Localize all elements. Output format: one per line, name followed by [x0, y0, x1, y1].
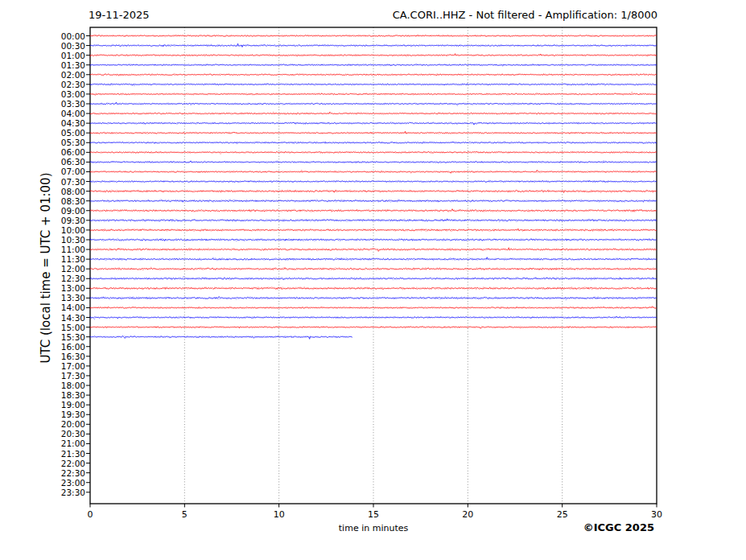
y-tick-label: 22:00: [0, 459, 85, 468]
y-tick-label: 10:30: [0, 235, 85, 245]
y-tick-label: 05:00: [0, 128, 85, 138]
y-tick-label: 14:00: [0, 303, 85, 312]
y-tick-label: 16:30: [0, 352, 85, 361]
seismic-trace-fuzz: [90, 316, 657, 319]
y-tick-label: 20:00: [0, 419, 85, 429]
y-tick-label: 01:00: [0, 51, 85, 60]
y-tick-label: 09:00: [0, 206, 85, 216]
y-tick-label: 17:00: [0, 361, 85, 371]
y-tick-label: 04:30: [0, 118, 85, 128]
seismic-trace: [90, 151, 657, 153]
y-tick-label: 08:00: [0, 187, 85, 196]
y-tick-label: 15:00: [0, 323, 85, 332]
y-tick-label: 16:00: [0, 342, 85, 352]
x-tick-label: 30: [641, 509, 673, 520]
seismic-trace: [90, 35, 657, 37]
copyright-label: ©ICGC 2025: [483, 521, 654, 534]
y-tick-label: 02:30: [0, 80, 85, 89]
y-tick-label: 23:30: [0, 488, 85, 497]
y-tick-label: 00:30: [0, 41, 85, 51]
y-tick-label: 21:00: [0, 439, 85, 448]
x-tick-label: 20: [451, 509, 484, 520]
helicorder-figure: 19-11-2025 CA.CORI..HHZ - Not filtered -…: [0, 0, 746, 560]
x-tick-label: 15: [357, 509, 389, 520]
y-tick-label: 22:30: [0, 468, 85, 478]
y-tick-label: 11:30: [0, 254, 85, 264]
y-tick-label: 08:30: [0, 196, 85, 206]
y-tick-label: 15:30: [0, 332, 85, 342]
y-tick-label: 01:30: [0, 60, 85, 70]
y-tick-label: 18:00: [0, 381, 85, 390]
x-tick-label: 25: [546, 509, 579, 520]
y-tick-label: 10:00: [0, 225, 85, 235]
x-tick-label: 0: [74, 509, 106, 520]
y-tick-label: 19:00: [0, 400, 85, 410]
y-tick-label: 20:30: [0, 429, 85, 439]
x-tick-label: 5: [168, 509, 200, 520]
y-tick-label: 09:30: [0, 216, 85, 225]
y-tick-label: 02:00: [0, 70, 85, 80]
y-tick-label: 06:00: [0, 147, 85, 157]
seismic-trace: [90, 64, 657, 66]
y-tick-label: 06:30: [0, 157, 85, 167]
y-tick-label: 14:30: [0, 313, 85, 323]
x-tick-label: 10: [263, 509, 295, 520]
y-tick-label: 17:30: [0, 371, 85, 381]
y-tick-label: 21:30: [0, 449, 85, 459]
y-tick-label: 05:30: [0, 138, 85, 147]
y-tick-label: 12:00: [0, 264, 85, 274]
y-tick-label: 07:30: [0, 177, 85, 187]
helicorder-plot-canvas: [0, 0, 746, 560]
seismic-trace: [90, 190, 657, 192]
y-tick-label: 04:00: [0, 109, 85, 118]
y-tick-label: 13:00: [0, 283, 85, 293]
y-tick-label: 07:00: [0, 167, 85, 176]
y-tick-label: 19:30: [0, 410, 85, 419]
y-tick-label: 00:00: [0, 31, 85, 41]
x-axis-label: time in minutes: [293, 523, 454, 534]
y-tick-label: 23:00: [0, 478, 85, 488]
y-tick-label: 18:30: [0, 390, 85, 400]
chart-title: CA.CORI..HHZ - Not filtered - Amplificat…: [241, 9, 657, 22]
y-tick-label: 11:00: [0, 245, 85, 254]
y-tick-label: 12:30: [0, 274, 85, 283]
date-label: 19-11-2025: [89, 9, 150, 22]
y-tick-label: 03:30: [0, 99, 85, 109]
y-tick-label: 03:00: [0, 89, 85, 99]
y-tick-label: 13:30: [0, 293, 85, 303]
seismic-trace-fuzz: [90, 92, 657, 96]
